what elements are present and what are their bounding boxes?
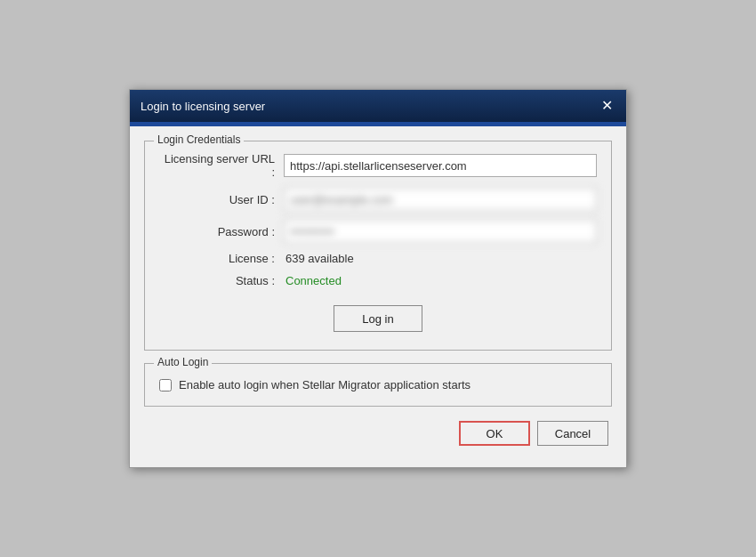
license-label: License : [159, 252, 284, 265]
license-row: License : 639 available [159, 252, 597, 265]
auto-login-checkbox[interactable] [159, 379, 172, 392]
login-credentials-group: Login Credentials Licensing server URL :… [144, 141, 612, 351]
password-row: Password : [159, 220, 597, 243]
status-label: Status : [159, 274, 284, 287]
dialog-title: Login to licensing server [141, 100, 265, 113]
bottom-buttons: OK Cancel [144, 421, 612, 453]
dialog-window: Login to licensing server ✕ Login Creden… [129, 89, 627, 468]
server-url-label: Licensing server URL : [159, 152, 284, 179]
license-value: 639 available [284, 252, 597, 265]
server-url-input[interactable] [284, 154, 597, 177]
password-input[interactable] [284, 220, 597, 243]
ok-button[interactable]: OK [459, 421, 530, 446]
password-label: Password : [159, 225, 284, 238]
server-url-row: Licensing server URL : [159, 152, 597, 179]
status-value: Connected [284, 274, 597, 287]
auto-login-group: Auto Login Enable auto login when Stella… [144, 363, 612, 407]
status-row: Status : Connected [159, 274, 597, 287]
auto-login-label: Enable auto login when Stellar Migrator … [179, 378, 470, 392]
title-bar: Login to licensing server ✕ [130, 90, 626, 122]
auto-login-title: Auto Login [154, 356, 212, 368]
close-button[interactable]: ✕ [598, 97, 615, 115]
login-credentials-title: Login Credentials [154, 133, 244, 146]
login-button[interactable]: Log in [334, 305, 422, 332]
cancel-button[interactable]: Cancel [537, 421, 608, 446]
user-id-row: User ID : [159, 188, 597, 211]
user-id-label: User ID : [159, 193, 284, 206]
dialog-body: Login Credentials Licensing server URL :… [130, 126, 626, 467]
login-btn-row: Log in [159, 305, 597, 332]
auto-login-row: Enable auto login when Stellar Migrator … [159, 378, 597, 392]
user-id-input[interactable] [284, 188, 597, 211]
